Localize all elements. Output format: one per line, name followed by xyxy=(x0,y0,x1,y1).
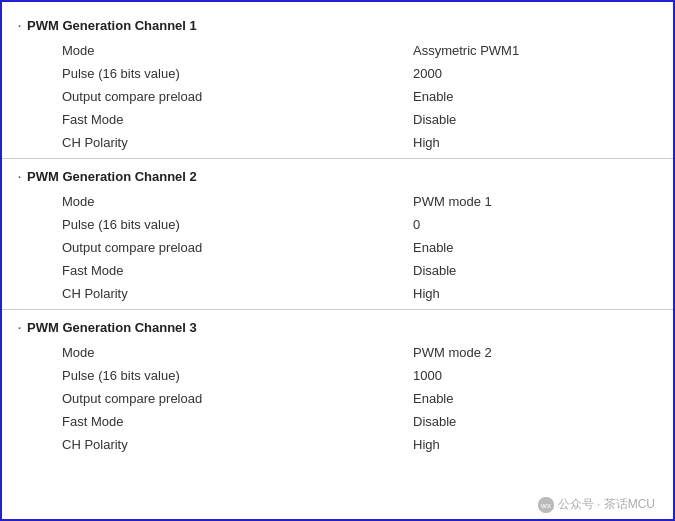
property-value: Disable xyxy=(413,112,673,127)
table-row: Fast ModeDisable xyxy=(2,410,673,433)
property-name: Pulse (16 bits value) xyxy=(62,368,413,383)
bullet-icon: · xyxy=(18,322,21,334)
table-row: ModePWM mode 1 xyxy=(2,190,673,213)
property-name: Fast Mode xyxy=(62,112,413,127)
property-name: Mode xyxy=(62,194,413,209)
property-name: Pulse (16 bits value) xyxy=(62,217,413,232)
property-name: Output compare preload xyxy=(62,89,413,104)
bullet-icon: · xyxy=(18,20,21,32)
property-name: Output compare preload xyxy=(62,391,413,406)
property-value: PWM mode 2 xyxy=(413,345,673,360)
svg-text:wx: wx xyxy=(540,501,551,510)
section-divider xyxy=(2,309,673,310)
channel-header-3: ·PWM Generation Channel 3 xyxy=(2,314,673,341)
channel-header-2: ·PWM Generation Channel 2 xyxy=(2,163,673,190)
channel-section-3: ·PWM Generation Channel 3ModePWM mode 2P… xyxy=(2,314,673,456)
table-row: Pulse (16 bits value)1000 xyxy=(2,364,673,387)
table-row: Pulse (16 bits value)0 xyxy=(2,213,673,236)
property-value: Enable xyxy=(413,240,673,255)
table-row: Fast ModeDisable xyxy=(2,259,673,282)
property-name: CH Polarity xyxy=(62,286,413,301)
table-row: CH PolarityHigh xyxy=(2,131,673,154)
channel-header-1: ·PWM Generation Channel 1 xyxy=(2,12,673,39)
property-name: Mode xyxy=(62,345,413,360)
channel-section-2: ·PWM Generation Channel 2ModePWM mode 1P… xyxy=(2,163,673,305)
property-name: CH Polarity xyxy=(62,437,413,452)
table-row: Output compare preloadEnable xyxy=(2,236,673,259)
table-row: Output compare preloadEnable xyxy=(2,85,673,108)
property-value: High xyxy=(413,286,673,301)
watermark-icon: wx xyxy=(538,497,554,513)
property-name: Fast Mode xyxy=(62,414,413,429)
table-row: ModePWM mode 2 xyxy=(2,341,673,364)
property-value: Disable xyxy=(413,263,673,278)
main-content: ·PWM Generation Channel 1ModeAssymetric … xyxy=(2,2,673,470)
property-name: CH Polarity xyxy=(62,135,413,150)
table-row: CH PolarityHigh xyxy=(2,433,673,456)
channel-section-1: ·PWM Generation Channel 1ModeAssymetric … xyxy=(2,12,673,154)
section-divider xyxy=(2,158,673,159)
watermark: wx 公众号 · 茶话MCU xyxy=(538,496,655,513)
property-value: 1000 xyxy=(413,368,673,383)
property-name: Mode xyxy=(62,43,413,58)
channel-title-2: PWM Generation Channel 2 xyxy=(27,169,197,184)
property-value: Assymetric PWM1 xyxy=(413,43,673,58)
property-value: Enable xyxy=(413,391,673,406)
property-value: Enable xyxy=(413,89,673,104)
table-row: Fast ModeDisable xyxy=(2,108,673,131)
property-value: 0 xyxy=(413,217,673,232)
property-name: Output compare preload xyxy=(62,240,413,255)
bullet-icon: · xyxy=(18,171,21,183)
property-value: Disable xyxy=(413,414,673,429)
table-row: Output compare preloadEnable xyxy=(2,387,673,410)
property-value: High xyxy=(413,437,673,452)
watermark-text: 公众号 · 茶话MCU xyxy=(558,496,655,513)
channel-title-1: PWM Generation Channel 1 xyxy=(27,18,197,33)
table-row: ModeAssymetric PWM1 xyxy=(2,39,673,62)
property-value: 2000 xyxy=(413,66,673,81)
property-value: PWM mode 1 xyxy=(413,194,673,209)
table-row: Pulse (16 bits value)2000 xyxy=(2,62,673,85)
property-name: Pulse (16 bits value) xyxy=(62,66,413,81)
table-row: CH PolarityHigh xyxy=(2,282,673,305)
property-name: Fast Mode xyxy=(62,263,413,278)
channel-title-3: PWM Generation Channel 3 xyxy=(27,320,197,335)
property-value: High xyxy=(413,135,673,150)
